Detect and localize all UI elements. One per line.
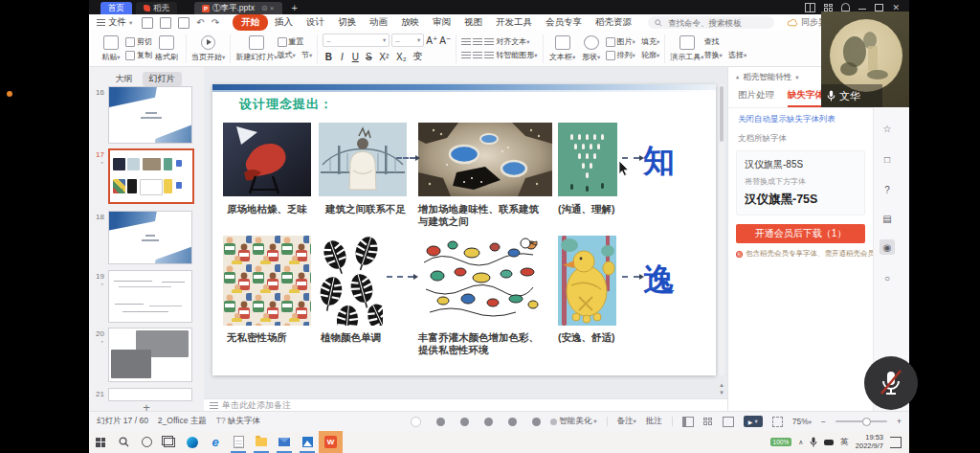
- result-character-zhi[interactable]: 知: [643, 140, 675, 183]
- edge-button[interactable]: [181, 431, 204, 453]
- text-box-button[interactable]: 文本框▾: [548, 35, 577, 62]
- zoom-slider[interactable]: [835, 420, 887, 422]
- align-left-icon[interactable]: [461, 52, 471, 59]
- preview-icon[interactable]: [178, 17, 189, 29]
- tab-home[interactable]: 首页: [100, 2, 132, 14]
- previous-slide-button[interactable]: ▴: [717, 381, 726, 389]
- tab-membership[interactable]: 会员专享: [539, 14, 589, 31]
- mail-button[interactable]: [273, 431, 296, 453]
- tab-devtools[interactable]: 开发工具: [489, 14, 539, 31]
- slide-title[interactable]: 设计理念提出：: [239, 96, 333, 113]
- download-after-membership-button[interactable]: 开通会员后下载（1）: [736, 224, 865, 243]
- select-button[interactable]: 选择▾: [728, 50, 746, 60]
- split-view-icon[interactable]: [805, 3, 815, 12]
- fill-button[interactable]: 填充▾: [641, 36, 659, 47]
- tab-design[interactable]: 设计: [300, 14, 331, 31]
- document-app-button[interactable]: [227, 431, 250, 453]
- comments-toggle[interactable]: 批注: [646, 416, 662, 427]
- sorter-view-icon[interactable]: [703, 418, 713, 426]
- theme-dot[interactable]: [436, 418, 445, 426]
- play-from-current-button[interactable]: 当页开始▾: [191, 35, 225, 62]
- slides-tab[interactable]: 幻灯片: [143, 72, 182, 86]
- file-menu[interactable]: 文件▾: [97, 16, 132, 29]
- outline-button[interactable]: 轮廓▾: [641, 50, 659, 60]
- grow-font-button[interactable]: A⁺: [426, 35, 437, 46]
- tab-slideshow[interactable]: 放映: [394, 14, 426, 31]
- picture-button[interactable]: 图片▾: [617, 36, 635, 47]
- caption[interactable]: 建筑之间联系不足: [325, 203, 421, 215]
- caption[interactable]: 丰富乔灌木颜色增加色彩、 提供私密性环境: [418, 331, 562, 356]
- shape-button[interactable]: 形状▾: [577, 35, 606, 62]
- copy-button[interactable]: 复制: [125, 50, 152, 60]
- numbering-icon[interactable]: [473, 38, 482, 46]
- bold-button[interactable]: B: [323, 52, 334, 62]
- align-center-icon[interactable]: [473, 52, 482, 59]
- theme-dot[interactable]: [460, 418, 469, 426]
- underline-button[interactable]: U: [349, 52, 361, 62]
- align-text-button[interactable]: 对齐文本▾: [496, 36, 529, 47]
- new-slide-button[interactable]: 新建幻灯片▾: [235, 35, 277, 62]
- zoom-slider-knob[interactable]: [862, 418, 871, 426]
- tab-animation[interactable]: 动画: [363, 14, 394, 31]
- present-tools-button[interactable]: 演示工具▾: [670, 35, 703, 62]
- reset-button[interactable]: 重置: [278, 36, 313, 47]
- beautify-button[interactable]: 智能美化▾: [550, 416, 596, 427]
- italic-button[interactable]: I: [336, 52, 347, 62]
- slide-image-duck[interactable]: [558, 236, 616, 326]
- paste-button[interactable]: 粘贴▾: [97, 35, 125, 62]
- smart-graphic-button[interactable]: 转智能图形▾: [496, 50, 537, 60]
- slide-image-crowd[interactable]: [223, 236, 311, 326]
- outline-tab[interactable]: 大纲: [112, 72, 137, 86]
- tab-close-icon[interactable]: ⊙ ×: [261, 4, 275, 12]
- tray-mic-icon[interactable]: [810, 437, 817, 447]
- cortana-button[interactable]: [135, 431, 158, 453]
- strikethrough-button[interactable]: S: [363, 52, 374, 62]
- result-character-yi[interactable]: 逸: [643, 259, 675, 302]
- redo-icon[interactable]: ↷: [212, 18, 219, 28]
- arrange-button[interactable]: 排列▾: [617, 50, 635, 60]
- caption[interactable]: 增加场地趣味性、联系建筑 与建筑之间: [418, 203, 562, 228]
- subscript-button[interactable]: X₂: [393, 52, 409, 62]
- task-view-button[interactable]: [158, 431, 181, 453]
- input-language[interactable]: 英: [840, 437, 849, 448]
- font-size-combo[interactable]: –▾: [391, 34, 424, 47]
- mute-microphone-button[interactable]: [864, 356, 918, 410]
- caption[interactable]: 原场地枯燥、乏味: [227, 203, 323, 215]
- slide-thumb-20[interactable]: 20⋆: [89, 328, 204, 382]
- reading-view-icon[interactable]: [723, 417, 734, 427]
- normal-view-icon[interactable]: [682, 417, 694, 427]
- workspace-grid-icon[interactable]: [824, 4, 833, 11]
- slide-thumb-19[interactable]: 19⋆: [89, 270, 204, 323]
- cut-button[interactable]: 剪切: [125, 36, 152, 47]
- command-search[interactable]: [648, 16, 774, 29]
- tab-missing-fonts[interactable]: 缺失字体: [788, 89, 824, 107]
- participant-video-tile[interactable]: 文华: [821, 11, 909, 107]
- missing-font-indicator[interactable]: T? 缺失字体: [216, 416, 260, 427]
- caption[interactable]: 植物颜色单调: [321, 331, 407, 344]
- caption[interactable]: (沟通、理解): [558, 203, 635, 215]
- slide-image-dull-site[interactable]: [223, 123, 311, 196]
- tab-start[interactable]: 开始: [233, 14, 268, 31]
- auto-display-link[interactable]: 关闭自动显示缺失字体列表: [728, 108, 873, 125]
- taskbar-search[interactable]: [112, 431, 135, 453]
- image-tool-icon[interactable]: ▤: [880, 211, 895, 226]
- text-effect-button[interactable]: 变: [411, 50, 424, 63]
- shrink-font-button[interactable]: A⁻: [439, 35, 451, 46]
- ie-button[interactable]: e: [204, 431, 227, 453]
- font-name-combo[interactable]: –▾: [323, 34, 390, 47]
- caption[interactable]: (安逸、舒适): [558, 331, 635, 344]
- history-icon[interactable]: ○: [880, 270, 895, 285]
- theme-name[interactable]: 2_Office 主题: [158, 416, 207, 427]
- caption[interactable]: 无私密性场所: [227, 331, 323, 344]
- search-input[interactable]: [666, 17, 766, 29]
- share-window-icon[interactable]: □: [880, 151, 895, 167]
- superscript-button[interactable]: X²: [376, 52, 391, 62]
- tab-insert[interactable]: 插入: [268, 14, 300, 31]
- format-painter-button[interactable]: 格式刷: [152, 35, 181, 62]
- tab-image-processing[interactable]: 图片处理: [738, 89, 774, 107]
- photos-button[interactable]: [296, 431, 319, 453]
- zoom-out-button[interactable]: −: [821, 417, 826, 426]
- slideshow-play-button[interactable]: ▶▾: [744, 416, 763, 427]
- slide-image-fisheye-city[interactable]: [418, 123, 552, 196]
- taskbar-clock[interactable]: 19:532022/9/7: [856, 434, 883, 450]
